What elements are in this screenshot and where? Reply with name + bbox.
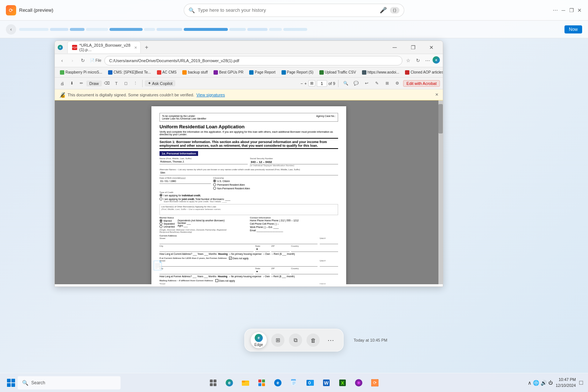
- tab-close-button[interactable]: ✕: [134, 46, 137, 50]
- pdf-content-area[interactable]: To be completed by the Lender: Lender Lo…: [55, 100, 443, 284]
- timeline-back-button[interactable]: ‹: [6, 24, 16, 35]
- tray-network-icon[interactable]: 🌐: [533, 380, 539, 386]
- fit-page-button[interactable]: ⊞: [308, 80, 315, 86]
- pdf-save-icon[interactable]: ⬇: [67, 79, 76, 88]
- back-button[interactable]: ‹: [58, 56, 67, 65]
- pdf-copilot-button[interactable]: ✦ Ask Copilot: [145, 80, 176, 86]
- taskbar-explorer-button[interactable]: [238, 375, 253, 390]
- zoom-in-button[interactable]: +: [304, 81, 306, 86]
- pdf-draw-button[interactable]: Draw: [86, 81, 102, 86]
- address-street-unit-row: Street Unit #: [159, 237, 338, 244]
- page-number-input[interactable]: [317, 80, 327, 87]
- start-button[interactable]: [4, 376, 18, 389]
- pdf-tools-right: − + ⊞ of 9 🔍 💬 ↩ ✎ ⊞ ⚙ Edit with Acrobat: [301, 79, 440, 88]
- pdf-scrollbar-thumb[interactable]: [438, 104, 443, 133]
- svg-text:⟳: ⟳: [373, 380, 377, 385]
- browser-active-tab[interactable]: PDF *URLA_2019_Borrower_v28 (1).p… ✕: [67, 41, 141, 53]
- dock-more-button[interactable]: ⋯: [324, 334, 337, 347]
- pdf-current-address-section: Current Address Street Unit # City: [159, 235, 338, 255]
- work-phone-field: Work Phone ( ) – Ext. ____: [250, 226, 338, 228]
- pdf-zoom-controls: − + ⊞ of 9: [301, 80, 335, 87]
- dock-copy-button[interactable]: ⧉: [289, 334, 302, 347]
- pdf-view-icon[interactable]: ⊞: [383, 79, 391, 88]
- bookmark-traffic[interactable]: Upload Traffic CSV: [317, 70, 358, 75]
- pdf-comment-icon[interactable]: 💬: [352, 79, 361, 88]
- signature-warning-close[interactable]: ✕: [435, 92, 438, 97]
- browser-minimize-button[interactable]: ─: [386, 42, 403, 53]
- taskbar-recall-button[interactable]: ⟳: [368, 375, 382, 390]
- dock-edge-button[interactable]: e Edge: [251, 332, 267, 348]
- taskbar-search-box[interactable]: 🔍 Search: [18, 376, 121, 389]
- bookmark-pagereport[interactable]: Page Report: [247, 70, 277, 75]
- view-signatures-link[interactable]: View signatures: [197, 93, 225, 97]
- dock-delete-dropdown-button[interactable]: 🗑: [306, 334, 320, 347]
- more-options-icon[interactable]: ⋯: [553, 8, 558, 13]
- recall-search-input[interactable]: [198, 7, 377, 13]
- bookmark-pagereports[interactable]: Page Report (S): [279, 70, 316, 75]
- bookmark-backup[interactable]: backup stuff: [180, 70, 210, 75]
- joint-credit-note: Each Borrower intends to apply for joint…: [164, 200, 338, 203]
- pdf-more-icon[interactable]: ⋮: [131, 79, 140, 88]
- dock-screenshot-button[interactable]: ⊞: [271, 334, 284, 347]
- pdf-text-icon[interactable]: T: [112, 79, 121, 88]
- bookmark-aop[interactable]: Cloned AOP articles: [403, 70, 443, 75]
- pdf-settings-icon[interactable]: ⚙: [393, 79, 402, 88]
- zoom-minus-button[interactable]: −: [301, 81, 303, 86]
- more-icon[interactable]: ⋯: [423, 56, 432, 65]
- bookmark-cms[interactable]: CMS: [SPKE]Best Te...: [106, 70, 153, 75]
- microphone-icon[interactable]: 🎤: [380, 7, 387, 14]
- bookmark-aoroi[interactable]: https://www.aodoi...: [360, 70, 402, 75]
- pdf-eraser-icon[interactable]: ⌫: [103, 79, 111, 88]
- radio-us: [213, 179, 216, 182]
- reload-icon[interactable]: ↻: [413, 56, 422, 65]
- system-clock[interactable]: 10:47 PM 12/10/2024: [556, 377, 576, 388]
- unit-label: Unit #: [320, 237, 338, 239]
- svg-rect-9: [258, 379, 261, 382]
- restore-icon[interactable]: ❐: [569, 8, 574, 13]
- edit-with-acrobat-button[interactable]: Edit with Acrobat: [403, 80, 440, 87]
- taskbar-word-button[interactable]: W: [319, 375, 334, 390]
- taskbar-outlook-button[interactable]: O: [303, 375, 318, 390]
- bookmark-gpus[interactable]: Best GPUs PR: [211, 70, 245, 75]
- timeline-now-button[interactable]: Now: [564, 25, 582, 33]
- marital-label: Marital Status: [159, 217, 248, 219]
- tray-speaker-icon[interactable]: 🔊: [541, 380, 547, 386]
- minimize-icon[interactable]: ─: [561, 8, 566, 13]
- notification-button[interactable]: ☐: [579, 380, 584, 386]
- close-icon[interactable]: ✕: [577, 8, 582, 13]
- citizenship-label: Citizenship: [213, 177, 338, 179]
- tray-battery-icon[interactable]: ⏻: [548, 380, 553, 385]
- section1-title: Section 1: Borrower Information.: [159, 140, 211, 144]
- taskbar-file-button[interactable]: [287, 375, 301, 390]
- star-icon[interactable]: ☆: [404, 56, 413, 65]
- taskbar-teams-button[interactable]: [254, 375, 269, 390]
- refresh-button[interactable]: ↻: [78, 56, 87, 65]
- taskbar-edge-button[interactable]: e: [222, 375, 237, 390]
- taskbar-excel-button[interactable]: X: [335, 375, 350, 390]
- new-tab-button[interactable]: +: [142, 43, 151, 52]
- recall-search-bar[interactable]: 🔍 🎤 ⟨⟩: [184, 4, 404, 17]
- pdf-search-icon[interactable]: 🔍: [341, 79, 350, 88]
- former-city-field: City: [159, 267, 254, 274]
- tray-chevron-icon[interactable]: ∧: [528, 380, 531, 386]
- taskview-button[interactable]: [206, 375, 220, 390]
- browser-close-button[interactable]: ✕: [423, 42, 440, 53]
- pdf-scrollbar[interactable]: [438, 100, 443, 284]
- pdf-undo-icon[interactable]: ↩: [362, 79, 371, 88]
- bookmark-accms[interactable]: AC CMS: [155, 70, 179, 75]
- bookmark-label: Page Report (S): [287, 70, 313, 74]
- browser-restore-button[interactable]: ❐: [405, 42, 422, 53]
- address-field[interactable]: C:/Users/avram/OneDrive/Documents/URLA_2…: [104, 56, 402, 65]
- bookmark-raspberry[interactable]: Raspberry Pi microS...: [58, 70, 104, 75]
- taskbar-edge2-button[interactable]: e: [270, 375, 285, 390]
- taskbar-game-button[interactable]: [351, 375, 366, 390]
- marital-options-col: Married Separated Unmarried: [159, 219, 175, 228]
- pdf-shape-icon[interactable]: ◻: [122, 79, 130, 88]
- pdf-former-address-section: If at Current Address for LESS than 2 ye…: [159, 257, 338, 278]
- pdf-print-icon[interactable]: 🖨: [58, 79, 67, 88]
- pdf-highlight-icon[interactable]: ✏: [77, 79, 86, 88]
- ai-icon[interactable]: ⟨⟩: [390, 7, 399, 14]
- forward-button[interactable]: ›: [68, 56, 77, 65]
- copilot-icon: ✦: [148, 81, 151, 86]
- pdf-edit-icon[interactable]: ✎: [372, 79, 381, 88]
